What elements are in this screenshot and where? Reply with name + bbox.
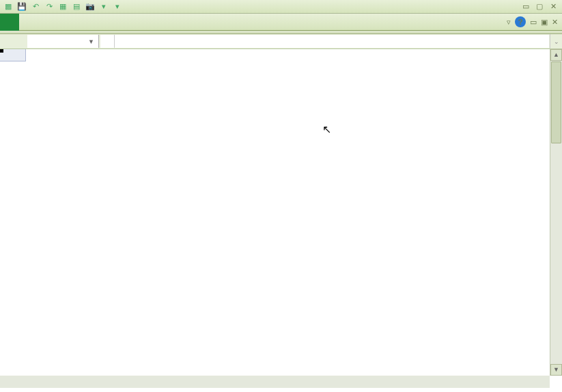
fx-icon[interactable] [100, 35, 115, 48]
workbook-minimize-icon[interactable]: ▭ [530, 18, 537, 27]
help-icon[interactable]: ? [515, 16, 526, 27]
save-icon[interactable]: 💾 [16, 1, 27, 12]
file-tab[interactable] [0, 14, 19, 31]
scroll-thumb[interactable] [551, 61, 561, 143]
restore-icon[interactable]: ▢ [535, 2, 544, 12]
select-all-corner[interactable] [0, 49, 26, 61]
name-box[interactable]: ▼ [27, 35, 99, 48]
ribbon-tabs: ▿ ? ▭ ▣ ✕ [0, 14, 562, 31]
scroll-down-icon[interactable]: ▼ [550, 364, 562, 376]
workbook-restore-icon[interactable]: ▣ [541, 18, 548, 27]
redo-icon[interactable]: ↷ [44, 1, 55, 12]
qat-customize-icon[interactable]: ▾ [112, 1, 123, 12]
undo-icon[interactable]: ↶ [30, 1, 41, 12]
quick-access-toolbar: ▩ 💾 ↶ ↷ ▦ ▤ 📷 ▾ ▾ [0, 1, 123, 12]
formula-input[interactable] [115, 35, 549, 48]
close-icon[interactable]: ✕ [548, 2, 558, 12]
formula-expand-icon[interactable]: ⌄ [550, 34, 562, 48]
minimize-icon[interactable]: ▭ [521, 2, 531, 12]
formula-bar: ▼ ⌄ [0, 34, 562, 49]
excel-icon: ▩ [3, 1, 14, 12]
qat-icon[interactable]: ▤ [71, 1, 82, 12]
workbook-close-icon[interactable]: ✕ [552, 18, 558, 27]
horizontal-scrollbar[interactable] [0, 376, 550, 388]
spreadsheet-grid: ▲ ▼ ↖ [0, 49, 562, 388]
column-headers [26, 49, 550, 61]
cells-area[interactable] [26, 61, 550, 376]
title-bar: ▩ 💾 ↶ ↷ ▦ ▤ 📷 ▾ ▾ ▭ ▢ ✕ [0, 0, 562, 14]
qat-icon[interactable]: 📷 [85, 1, 96, 12]
qat-icon[interactable]: ▾ [98, 1, 109, 12]
vertical-scrollbar[interactable]: ▲ ▼ [550, 49, 562, 376]
ribbon-min-icon[interactable]: ▿ [507, 18, 511, 27]
row-headers [0, 61, 26, 376]
qat-icon[interactable]: ▦ [57, 1, 68, 12]
name-box-dropdown-icon[interactable]: ▼ [88, 38, 94, 45]
scroll-up-icon[interactable]: ▲ [550, 49, 562, 61]
